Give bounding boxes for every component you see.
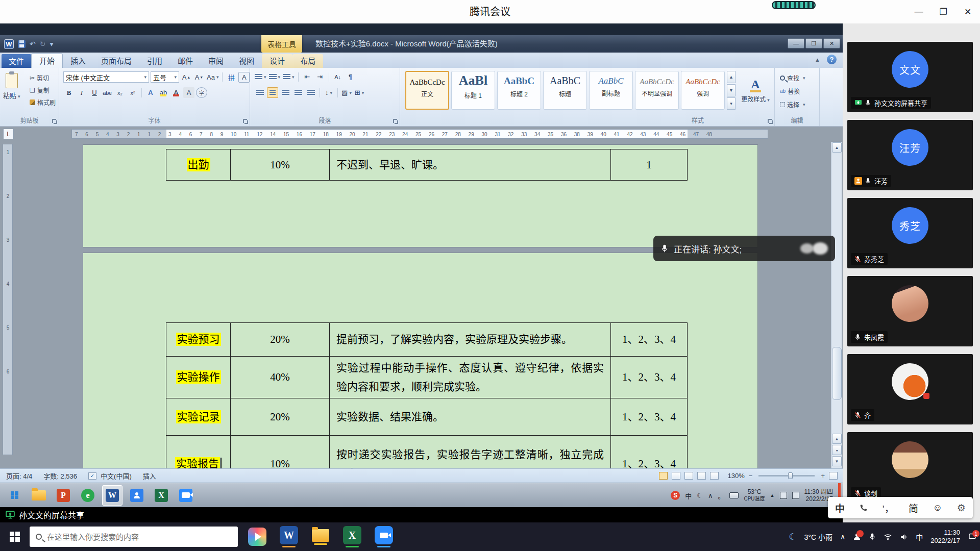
- table-cell[interactable]: 实验记录: [166, 398, 231, 436]
- style-emphasis[interactable]: AaBbCcDc 强调: [681, 71, 725, 110]
- table-cell[interactable]: 20%: [231, 323, 330, 357]
- gear-icon[interactable]: ⚙: [957, 502, 966, 514]
- table-cell[interactable]: 实验数据、结果准确。: [330, 398, 611, 436]
- shared-taskbar-icon-word[interactable]: W: [102, 485, 122, 506]
- show-marks-button[interactable]: ¶: [345, 71, 356, 82]
- taskbar-icon-explorer[interactable]: [308, 524, 333, 549]
- shared-start-button[interactable]: [4, 485, 24, 506]
- ime-indicator[interactable]: 中: [916, 532, 923, 542]
- keyboard-icon[interactable]: [729, 492, 739, 498]
- participant-tile[interactable]: 齐: [847, 354, 973, 424]
- numbering-button[interactable]: ▾: [268, 71, 281, 82]
- undo-icon[interactable]: ↶: [30, 40, 36, 47]
- table-cell[interactable]: 不迟到、早退、旷课。: [330, 149, 611, 181]
- tab-layout[interactable]: 布局: [292, 54, 323, 68]
- text-effects-button[interactable]: A: [145, 87, 156, 98]
- line-spacing-button[interactable]: ↕▾: [323, 87, 334, 98]
- paragraph-dialog-launcher-icon[interactable]: [393, 118, 398, 124]
- font-dialog-launcher-icon[interactable]: [242, 118, 248, 124]
- select-browse-object-icon[interactable]: ●: [832, 445, 842, 455]
- maximize-icon[interactable]: ❐: [931, 0, 955, 23]
- tray-expand-icon[interactable]: ∧: [840, 533, 845, 541]
- distribute-button[interactable]: [305, 87, 316, 98]
- table-cell[interactable]: 实验操作: [166, 357, 231, 398]
- tab-design[interactable]: 设计: [262, 54, 292, 68]
- tray-expand-icon[interactable]: ∧: [708, 492, 713, 499]
- styles-more-icon[interactable]: ▾: [727, 97, 736, 110]
- shared-ime-indicator[interactable]: 中: [685, 491, 692, 500]
- align-right-button[interactable]: [280, 87, 291, 98]
- style-heading2[interactable]: AaBbC 标题 2: [497, 71, 541, 110]
- speaker-icon[interactable]: [900, 533, 908, 541]
- outline-view-icon[interactable]: [697, 472, 706, 480]
- table-cell[interactable]: 出勤: [166, 149, 231, 181]
- vertical-scrollbar[interactable]: ▲ ▲ ● ▼: [831, 142, 842, 468]
- subscript-button[interactable]: x₂: [114, 87, 126, 98]
- word-restore-icon[interactable]: ❐: [805, 38, 822, 48]
- shared-taskbar-icon-browser[interactable]: e: [78, 485, 98, 506]
- participant-tile[interactable]: 文文 孙文文的屏幕共享: [847, 42, 973, 112]
- redo-icon[interactable]: ↻: [40, 40, 46, 47]
- ime-simplified-toggle[interactable]: 简: [909, 501, 918, 515]
- ribbon-minimize-icon[interactable]: ▲: [815, 57, 820, 63]
- table-cell[interactable]: 实验预习: [166, 323, 231, 357]
- taskbar-search[interactable]: [30, 527, 238, 547]
- zoom-in-icon[interactable]: +: [821, 472, 825, 480]
- wifi-icon[interactable]: [884, 533, 892, 541]
- participant-tile[interactable]: 谈剑: [847, 432, 973, 503]
- qat-dropdown-icon[interactable]: ▾: [50, 40, 53, 47]
- taskbar-icon-video[interactable]: [245, 524, 270, 549]
- find-button[interactable]: 查找▾: [780, 73, 805, 83]
- bullets-button[interactable]: ▾: [254, 71, 267, 82]
- punctuation-indicator[interactable]: 。: [718, 491, 724, 500]
- bold-button[interactable]: B: [63, 87, 75, 98]
- table-cell[interactable]: 10%: [231, 149, 330, 181]
- table-cell[interactable]: 实验报告: [166, 436, 231, 469]
- font-size-combo[interactable]: 五号▾: [151, 71, 179, 83]
- scrollbar-thumb[interactable]: [832, 347, 842, 400]
- table-cell[interactable]: 1、2、3、4: [611, 436, 688, 469]
- zoom-out-icon[interactable]: −: [749, 472, 753, 480]
- font-name-combo[interactable]: 宋体 (中文正文▾: [63, 71, 149, 83]
- paste-button[interactable]: 粘贴▾: [3, 72, 20, 100]
- table-cell[interactable]: 按时递交实验报告，实验报告字迹工整清晰，独立完成思考题。: [330, 436, 611, 469]
- mic-tray-icon[interactable]: [869, 533, 876, 541]
- table-cell[interactable]: 1、2、3、4: [611, 398, 688, 436]
- taskbar-icon-excel[interactable]: X: [340, 524, 364, 549]
- start-button[interactable]: [0, 522, 30, 551]
- table-cell[interactable]: 1: [611, 149, 688, 181]
- style-title[interactable]: AaBbC 标题: [543, 71, 587, 110]
- styles-scroll-down-icon[interactable]: ▼: [727, 84, 736, 96]
- help-icon[interactable]: ?: [827, 55, 837, 64]
- increase-indent-button[interactable]: ⇥: [314, 71, 326, 82]
- close-icon[interactable]: ✕: [955, 0, 980, 23]
- superscript-button[interactable]: x²: [127, 87, 138, 98]
- align-center-button[interactable]: [267, 87, 278, 98]
- change-styles-button[interactable]: A 更改样式▾: [740, 71, 771, 110]
- shared-taskbar-icon-meeting[interactable]: [176, 485, 196, 506]
- voice-input-icon[interactable]: [859, 504, 868, 512]
- zoom-slider-thumb[interactable]: [788, 472, 793, 479]
- insert-mode-indicator[interactable]: 插入: [143, 471, 156, 481]
- table-cell[interactable]: 40%: [231, 357, 330, 398]
- borders-button[interactable]: ⊞▾: [354, 87, 365, 98]
- tab-stop-selector[interactable]: L: [3, 129, 14, 139]
- shrink-font-button[interactable]: A▼: [193, 72, 205, 83]
- copy-button[interactable]: ❏复制: [30, 85, 56, 95]
- ime-language-toggle[interactable]: 中: [835, 501, 845, 515]
- character-border-button[interactable]: A: [238, 72, 250, 83]
- web-view-icon[interactable]: [684, 472, 693, 480]
- weather-widget[interactable]: 3°C 小雨: [804, 532, 832, 542]
- table-cell[interactable]: 1、2、3、4: [611, 323, 688, 357]
- notification-icon[interactable]: 1: [968, 533, 977, 541]
- strikethrough-button[interactable]: abc: [102, 87, 113, 98]
- style-heading1[interactable]: AaBl 标题 1: [451, 71, 495, 110]
- word-minimize-icon[interactable]: —: [788, 38, 804, 48]
- clipboard-dialog-launcher-icon[interactable]: [52, 118, 57, 124]
- change-case-button[interactable]: Aa▾: [206, 72, 219, 83]
- clock[interactable]: 11:30 2022/2/17: [930, 529, 960, 545]
- style-subtle-emphasis[interactable]: AaBbCcDc 不明显强调: [635, 71, 679, 110]
- tab-view[interactable]: 视图: [231, 55, 262, 68]
- table-cell[interactable]: 20%: [231, 398, 330, 436]
- word-close-icon[interactable]: ✕: [823, 38, 840, 48]
